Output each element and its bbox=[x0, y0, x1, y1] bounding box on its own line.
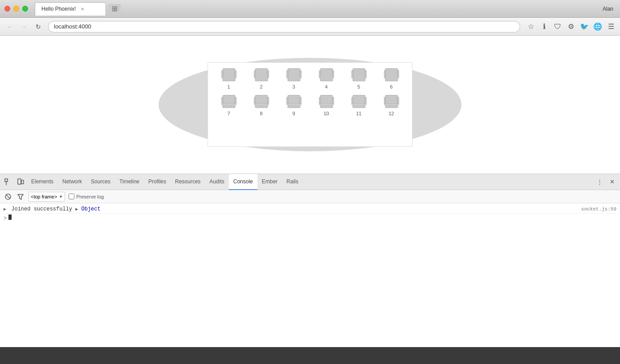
seat-icon-12 bbox=[384, 94, 399, 109]
svg-rect-16 bbox=[353, 69, 365, 77]
bookmark-star-icon[interactable]: ☆ bbox=[526, 21, 536, 32]
svg-rect-43 bbox=[365, 97, 367, 105]
frame-selector[interactable]: <top frame> ▼ bbox=[29, 192, 65, 202]
console-log-arrow[interactable]: ▶ bbox=[75, 207, 78, 212]
seat-cell-11[interactable]: 11 bbox=[351, 94, 367, 116]
preserve-log-checkbox[interactable] bbox=[69, 194, 74, 199]
svg-rect-24 bbox=[223, 95, 235, 104]
more-options-icon[interactable]: ⋮ bbox=[593, 176, 606, 188]
seat-cell-10[interactable]: 10 bbox=[319, 94, 334, 116]
tab-audits[interactable]: Audits bbox=[205, 174, 228, 190]
sync-icon[interactable]: 🌐 bbox=[592, 21, 603, 32]
devtools-panel: Elements Network Sources Timeline Profil… bbox=[0, 174, 620, 347]
tab-console[interactable]: Console bbox=[229, 174, 257, 190]
svg-rect-14 bbox=[319, 71, 321, 78]
seat-num-8: 8 bbox=[260, 111, 262, 116]
console-log-text: ▶ Joined successfully ▶ Object bbox=[4, 206, 581, 212]
seat-num-11: 11 bbox=[356, 111, 361, 116]
svg-rect-28 bbox=[255, 95, 268, 104]
devtools-close-button[interactable]: ✕ bbox=[606, 176, 618, 188]
seat-cell-3[interactable]: 3 bbox=[286, 67, 302, 89]
svg-rect-9 bbox=[288, 78, 300, 81]
inspect-element-icon[interactable] bbox=[2, 176, 14, 188]
svg-rect-5 bbox=[255, 78, 268, 81]
tab-network[interactable]: Network bbox=[58, 174, 86, 190]
console-source-link[interactable]: socket.js:59 bbox=[581, 206, 616, 212]
tab-sources-label: Sources bbox=[91, 178, 110, 185]
seat-icon-6 bbox=[384, 67, 399, 82]
info-icon[interactable]: ℹ bbox=[539, 21, 550, 32]
close-button[interactable] bbox=[4, 6, 10, 12]
forward-icon: → bbox=[21, 23, 27, 30]
new-tab-button[interactable]: ⊞ bbox=[108, 4, 121, 14]
svg-rect-25 bbox=[223, 105, 235, 108]
back-button[interactable]: ← bbox=[4, 20, 16, 33]
clear-console-icon[interactable] bbox=[4, 192, 12, 201]
svg-rect-39 bbox=[332, 97, 334, 105]
seat-cell-5[interactable]: 5 bbox=[351, 67, 367, 89]
svg-rect-46 bbox=[384, 97, 386, 105]
svg-rect-23 bbox=[397, 71, 399, 78]
forward-button[interactable]: → bbox=[18, 20, 30, 33]
svg-rect-22 bbox=[384, 71, 386, 78]
reload-icon: ↻ bbox=[36, 23, 41, 30]
extension-icon[interactable]: 🐦 bbox=[579, 21, 590, 32]
tab-resources[interactable]: Resources bbox=[171, 174, 205, 190]
tab-profiles[interactable]: Profiles bbox=[144, 174, 171, 190]
seat-cell-9[interactable]: 9 bbox=[286, 94, 302, 116]
svg-rect-18 bbox=[351, 71, 353, 78]
svg-rect-3 bbox=[235, 71, 237, 78]
browser-content: 1 2 bbox=[0, 36, 620, 174]
seat-cell-4[interactable]: 4 bbox=[319, 67, 334, 89]
frame-dropdown-icon: ▼ bbox=[59, 194, 63, 199]
seat-icon-10 bbox=[319, 94, 334, 109]
console-cursor bbox=[8, 214, 12, 220]
svg-rect-33 bbox=[288, 105, 300, 108]
seat-icon-5 bbox=[351, 67, 367, 82]
seat-icon-7 bbox=[221, 94, 237, 109]
console-expand-arrow[interactable]: ▶ bbox=[4, 207, 6, 212]
tab-close-icon[interactable]: ✕ bbox=[79, 6, 86, 12]
tab-sources[interactable]: Sources bbox=[86, 174, 115, 190]
console-log-line: ▶ Joined successfully ▶ Object socket.js… bbox=[4, 205, 616, 214]
browser-tab-hello-phoenix[interactable]: Hello Phoenix! ✕ bbox=[35, 2, 106, 16]
tab-rails[interactable]: Rails bbox=[282, 174, 303, 190]
seat-cell-2[interactable]: 2 bbox=[254, 67, 269, 89]
svg-rect-47 bbox=[397, 97, 399, 105]
console-prompt[interactable]: > bbox=[4, 214, 616, 222]
address-bar[interactable]: localhost:4000 bbox=[48, 21, 520, 32]
tab-audits-label: Audits bbox=[209, 178, 224, 185]
svg-line-53 bbox=[6, 195, 10, 198]
menu-icon[interactable]: ☰ bbox=[606, 21, 616, 32]
svg-rect-38 bbox=[319, 97, 321, 105]
device-toolbar-icon[interactable] bbox=[14, 176, 27, 188]
svg-rect-12 bbox=[320, 69, 333, 77]
minimize-button[interactable] bbox=[13, 6, 19, 12]
svg-rect-20 bbox=[385, 69, 398, 77]
seat-icon-2 bbox=[254, 67, 269, 82]
tab-timeline[interactable]: Timeline bbox=[115, 174, 144, 190]
seat-cell-1[interactable]: 1 bbox=[221, 67, 237, 89]
preserve-log-label: Preserve log bbox=[76, 194, 104, 199]
filter-icon[interactable] bbox=[16, 192, 25, 201]
shield-icon[interactable]: 🛡 bbox=[552, 21, 563, 32]
svg-rect-31 bbox=[267, 97, 269, 105]
tab-elements[interactable]: Elements bbox=[27, 174, 58, 190]
seat-num-7: 7 bbox=[227, 111, 230, 116]
seat-icon-8 bbox=[254, 94, 269, 109]
svg-rect-36 bbox=[320, 95, 333, 104]
svg-rect-42 bbox=[351, 97, 353, 105]
seat-cell-8[interactable]: 8 bbox=[254, 94, 269, 116]
seat-cell-12[interactable]: 12 bbox=[384, 94, 399, 116]
tab-resources-label: Resources bbox=[175, 178, 200, 185]
maximize-button[interactable] bbox=[22, 6, 28, 12]
tab-profiles-label: Profiles bbox=[148, 178, 166, 185]
seat-icon-11 bbox=[351, 94, 367, 109]
svg-rect-6 bbox=[254, 71, 256, 78]
seat-cell-7[interactable]: 7 bbox=[221, 94, 237, 116]
preserve-log-toggle[interactable]: Preserve log bbox=[69, 194, 104, 199]
settings-icon[interactable]: ⚙ bbox=[566, 21, 576, 32]
reload-button[interactable]: ↻ bbox=[32, 20, 45, 33]
tab-ember[interactable]: Ember bbox=[257, 174, 282, 190]
seat-cell-6[interactable]: 6 bbox=[384, 67, 399, 89]
